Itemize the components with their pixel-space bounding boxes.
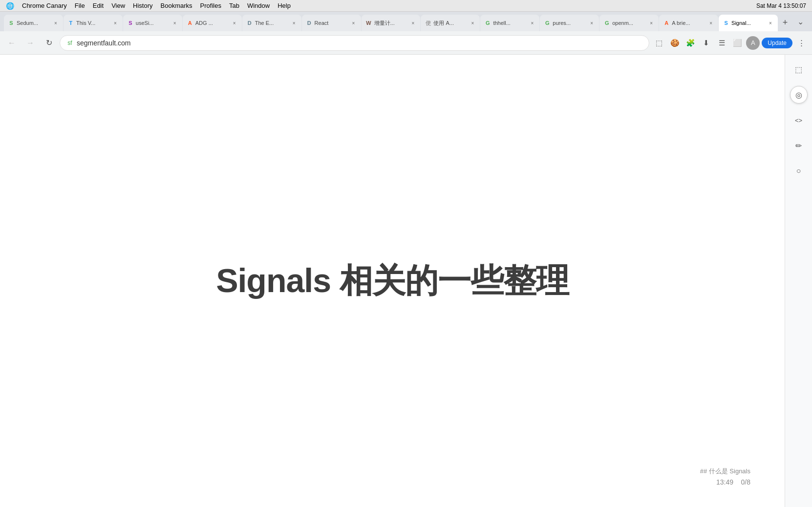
- address-bar[interactable]: sf segmentfault.com: [60, 35, 649, 51]
- toolbar: ← → ↻ sf segmentfault.com ⬚ 🍪 🧩 ⬇ ☰ ⬜ A …: [0, 31, 812, 55]
- tab-favicon-thee: D: [246, 20, 253, 26]
- site-favicon: sf: [66, 39, 74, 47]
- tab-abrie[interactable]: AA brie...×: [659, 15, 718, 31]
- menubar-profiles[interactable]: Profiles: [200, 2, 221, 9]
- tab-usea[interactable]: 使使用 A...×: [421, 15, 480, 31]
- back-button[interactable]: ←: [4, 35, 20, 51]
- menu-button[interactable]: ⋮: [794, 36, 808, 50]
- next-section-label: ## 什么是 Signals: [700, 466, 750, 477]
- menubar-file[interactable]: File: [75, 2, 85, 9]
- tab-label-this: This V...: [76, 20, 110, 26]
- reload-button[interactable]: ↻: [41, 35, 57, 51]
- tab-label-thhell: thhell...: [493, 20, 527, 26]
- tabbar: SSedum...×TThis V...×SuseSi...×AADG ...×…: [0, 12, 812, 31]
- tab-favicon-signal: S: [723, 20, 729, 26]
- tab-close-this[interactable]: ×: [112, 20, 119, 26]
- lens-icon[interactable]: ⬜: [730, 36, 744, 50]
- right-sidebar: ⬚ ◎ <> ✏ ○: [785, 55, 812, 507]
- tab-favicon-zengj: W: [365, 20, 372, 26]
- tab-this[interactable]: TThis V...×: [64, 15, 123, 31]
- user-sidebar-icon[interactable]: ◎: [790, 86, 808, 104]
- tab-label-openm: openm...: [612, 20, 646, 26]
- cast-toolbar-icon[interactable]: ⬚: [652, 36, 666, 50]
- extension-icon[interactable]: 🧩: [684, 36, 697, 50]
- tab-close-pures[interactable]: ×: [588, 20, 595, 26]
- tab-close-signal[interactable]: ×: [767, 20, 774, 26]
- toolbar-icons: ⬚ 🍪 🧩 ⬇ ☰ ⬜ A Update ⋮: [652, 36, 808, 50]
- tab-react[interactable]: DReact×: [302, 15, 361, 31]
- tab-thee[interactable]: DThe E...×: [242, 15, 301, 31]
- menubar-help[interactable]: Help: [278, 2, 291, 9]
- edit-sidebar-icon[interactable]: ✏: [790, 137, 808, 154]
- menubar-view[interactable]: View: [111, 2, 125, 9]
- menubar-tab[interactable]: Tab: [229, 2, 239, 9]
- tab-close-zengj[interactable]: ×: [409, 20, 416, 26]
- tab-label-signal: Signal...: [731, 20, 765, 26]
- slide-info: 13:49 0/8: [700, 477, 750, 487]
- tab-close-react[interactable]: ×: [350, 20, 357, 26]
- tab-close-usesi[interactable]: ×: [171, 20, 178, 26]
- profile-icon[interactable]: A: [746, 36, 760, 50]
- tab-close-adg[interactable]: ×: [231, 20, 238, 26]
- tab-label-pures: pures...: [553, 20, 586, 26]
- tab-favicon-sedu: S: [8, 20, 15, 26]
- menubar-history[interactable]: History: [133, 2, 152, 9]
- tab-label-react: React: [315, 20, 348, 26]
- tab-close-thee[interactable]: ×: [291, 20, 298, 26]
- menubar: 🌐 Chrome Canary File Edit View History B…: [0, 0, 812, 12]
- tab-favicon-pures: G: [544, 20, 551, 26]
- tab-usesi[interactable]: SuseSi...×: [123, 15, 182, 31]
- app-logo: 🌐: [6, 2, 14, 10]
- tab-label-usea: 使用 A...: [433, 20, 467, 27]
- tab-signal[interactable]: SSignal...×: [719, 15, 778, 31]
- cookie-icon[interactable]: 🍪: [668, 36, 682, 50]
- tab-sedu[interactable]: SSedum...×: [4, 15, 63, 31]
- circle-sidebar-icon[interactable]: ○: [790, 162, 808, 180]
- time-display: 13:49: [716, 478, 733, 486]
- tab-favicon-usea: 使: [425, 20, 431, 26]
- menubar-edit[interactable]: Edit: [93, 2, 104, 9]
- tab-zengj[interactable]: W增量计...×: [362, 15, 421, 31]
- code-sidebar-icon[interactable]: <>: [790, 111, 808, 129]
- tab-label-thee: The E...: [255, 20, 289, 26]
- tab-label-adg: ADG ...: [195, 20, 229, 26]
- tab-favicon-adg: A: [187, 20, 193, 26]
- bottom-overlay: ## 什么是 Signals 13:49 0/8: [700, 466, 750, 487]
- tab-close-usea[interactable]: ×: [469, 20, 476, 26]
- sidebar-toggle-icon[interactable]: ☰: [715, 36, 728, 50]
- menubar-window[interactable]: Window: [247, 2, 270, 9]
- page-content: Signals 相关的一些整理 ## 什么是 Signals 13:49 0/8: [0, 55, 785, 507]
- tab-adg[interactable]: AADG ...×: [183, 15, 242, 31]
- page-title: Signals 相关的一些整理: [216, 259, 569, 303]
- tab-list-button[interactable]: ⌄: [792, 14, 808, 29]
- tab-close-openm[interactable]: ×: [648, 20, 655, 26]
- tab-favicon-abrie: A: [663, 20, 670, 26]
- tab-close-abrie[interactable]: ×: [707, 20, 714, 26]
- tab-label-abrie: A brie...: [672, 20, 705, 26]
- tab-close-thhell[interactable]: ×: [529, 20, 535, 26]
- slide-counter: 0/8: [741, 478, 750, 486]
- tab-label-zengj: 增量计...: [374, 20, 408, 27]
- tab-openm[interactable]: Gopenm...×: [599, 15, 659, 31]
- menubar-appname[interactable]: Chrome Canary: [22, 2, 67, 9]
- tab-thhell[interactable]: Gthhell...×: [480, 15, 539, 31]
- tab-favicon-thhell: G: [484, 20, 491, 26]
- system-time: Sat Mar 4 13:50:07: [756, 2, 806, 9]
- cast-sidebar-icon[interactable]: ⬚: [790, 61, 808, 78]
- tab-close-sedu[interactable]: ×: [52, 20, 59, 26]
- tab-favicon-this: T: [67, 20, 74, 26]
- browser-window: SSedum...×TThis V...×SuseSi...×AADG ...×…: [0, 12, 812, 507]
- url-display: segmentfault.com: [77, 39, 643, 47]
- tab-label-sedu: Sedum...: [17, 20, 50, 26]
- tab-pures[interactable]: Gpures...×: [540, 15, 599, 31]
- content-area: Signals 相关的一些整理 ## 什么是 Signals 13:49 0/8…: [0, 55, 812, 507]
- tab-favicon-react: D: [306, 20, 313, 26]
- update-button[interactable]: Update: [762, 38, 792, 48]
- new-tab-button[interactable]: +: [778, 16, 792, 29]
- download-icon[interactable]: ⬇: [699, 36, 713, 50]
- tab-label-usesi: useSi...: [136, 20, 170, 26]
- forward-button[interactable]: →: [22, 35, 38, 51]
- tab-favicon-usesi: S: [127, 20, 134, 26]
- menubar-bookmarks[interactable]: Bookmarks: [161, 2, 192, 9]
- tab-favicon-openm: G: [603, 20, 610, 26]
